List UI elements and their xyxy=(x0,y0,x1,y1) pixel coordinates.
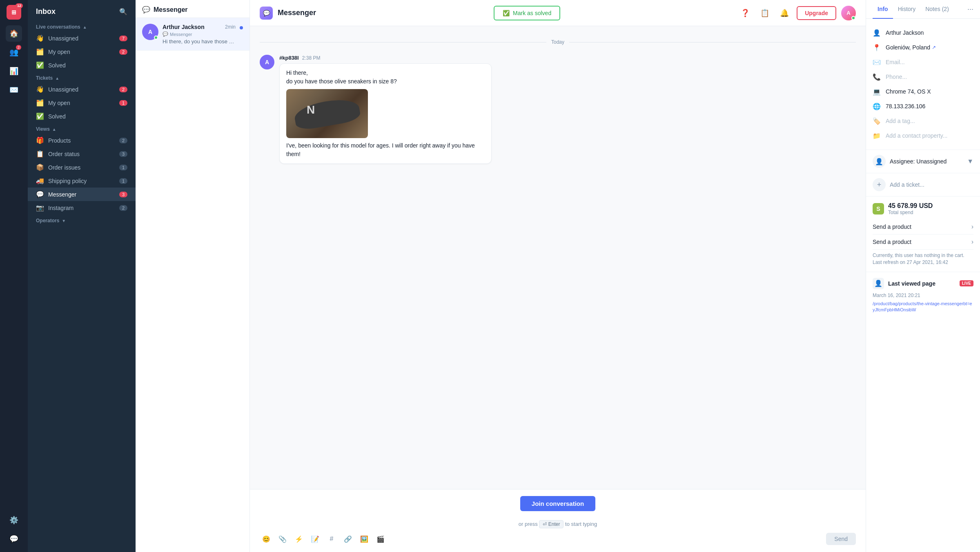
logo-icon: ⊞ xyxy=(11,9,16,16)
mark-solved-button[interactable]: ✅ Mark as solved xyxy=(494,6,560,20)
operators-section[interactable]: Operators ▼ xyxy=(28,215,136,225)
upgrade-button[interactable]: Upgrade xyxy=(797,6,836,20)
add-ticket-icon: + xyxy=(873,178,886,191)
info-email-row[interactable]: ✉️ Email... xyxy=(873,55,973,69)
unassigned-live-count: 7 xyxy=(119,36,127,41)
sidebar-item-solved-tickets[interactable]: ✅ Solved xyxy=(28,110,136,123)
unassigned-tickets-icon: 👋 xyxy=(36,85,44,93)
tickets-section[interactable]: Tickets ▲ xyxy=(28,72,136,83)
note-tool-btn[interactable]: 📝 xyxy=(309,532,322,545)
app-logo[interactable]: ⊞ 12 xyxy=(7,5,21,20)
join-conversation-button[interactable]: Join conversation xyxy=(520,496,595,511)
myopen-live-label: My open xyxy=(48,49,115,55)
sidebar-item-products[interactable]: 🎁 Products 2 xyxy=(28,134,136,147)
solved-live-icon: ✅ xyxy=(36,61,44,69)
instagram-label: Instagram xyxy=(48,205,115,211)
shopify-amount: 45 678.99 USD xyxy=(888,202,973,210)
sidebar-item-myopen-live[interactable]: 🗂️ My open 2 xyxy=(28,45,136,58)
info-contact-property-row[interactable]: 📁 Add a contact property... xyxy=(873,128,973,143)
right-content: 👤 Arthur Jackson 📍 Goleniów, Poland ↗ ✉️… xyxy=(866,19,980,552)
tab-notes[interactable]: Notes (2) xyxy=(920,0,954,19)
sidebar-item-messenger[interactable]: 💬 Messenger 3 xyxy=(28,188,136,201)
tag-icon: 🏷️ xyxy=(873,117,881,125)
cart-refresh-text: Last refresh on 27 Apr 2021, 16:42 xyxy=(873,259,973,266)
sidebar-item-unassigned-live[interactable]: 👋 Unassigned 7 xyxy=(28,31,136,45)
sidebar-title: Inbox xyxy=(36,7,56,16)
nav-settings-btn[interactable]: ⚙️ xyxy=(6,512,22,528)
emoji-tool-btn[interactable]: 😊 xyxy=(260,532,273,545)
live-badge: LIVE xyxy=(960,280,973,286)
sidebar-item-solved-live[interactable]: ✅ Solved xyxy=(28,58,136,72)
message-line-2: do you have those olive sneakers in size… xyxy=(286,77,485,86)
tab-info[interactable]: Info xyxy=(873,0,893,19)
check-icon: ✅ xyxy=(503,10,510,16)
press-hint: or press ⏎ Enter to start typing xyxy=(260,520,856,528)
hashtag-tool-btn[interactable]: # xyxy=(325,532,338,545)
nav-reports-btn[interactable]: 📊 xyxy=(6,63,22,79)
date-label: Today xyxy=(551,39,564,45)
video-tool-btn[interactable]: 🎬 xyxy=(374,532,387,545)
sidebar-item-instagram[interactable]: 📷 Instagram 2 xyxy=(28,201,136,215)
message-line-3: I've, been looking for this model for ag… xyxy=(286,141,485,159)
info-tag-row[interactable]: 🏷️ Add a tag... xyxy=(873,114,973,128)
nav-contacts-btn[interactable]: 👥 2 xyxy=(6,44,22,60)
conv-item-arthur[interactable]: A Arthur Jackson 2min 💬 Messenger Hi the… xyxy=(136,18,249,51)
sidebar-item-order-status[interactable]: 📋 Order status 3 xyxy=(28,147,136,161)
live-conversations-section[interactable]: Live conversations ▲ xyxy=(28,21,136,31)
conv-time-arthur: 2min xyxy=(225,24,236,30)
contact-location: Goleniów, Poland ↗ xyxy=(886,44,936,51)
more-tabs-button[interactable]: ··· xyxy=(967,5,973,13)
sidebar-item-order-issues[interactable]: 📦 Order issues 1 xyxy=(28,161,136,174)
search-icon[interactable]: 🔍 xyxy=(119,8,127,16)
info-phone-row[interactable]: 📞 Phone... xyxy=(873,69,973,84)
send-product-arrow-1: › xyxy=(971,223,973,230)
products-count: 2 xyxy=(119,138,127,143)
nav-bottom: ⚙️ 💬 xyxy=(6,512,22,547)
chat-header-title: Messenger xyxy=(278,9,316,17)
tab-history[interactable]: History xyxy=(893,0,921,19)
browser-info: Chrome 74, OS X xyxy=(886,88,931,95)
image-tool-btn[interactable]: 🖼️ xyxy=(358,532,371,545)
assignee-section[interactable]: 👤 Assignee: Unassigned ▼ xyxy=(866,150,980,173)
conversation-list: 💬 Messenger A Arthur Jackson 2min 💬 Mess… xyxy=(136,0,250,552)
contact-name: Arthur Jackson xyxy=(886,29,924,36)
views-chevron: ▲ xyxy=(52,127,56,132)
sidebar-header: Inbox 🔍 xyxy=(28,0,136,21)
ticket-section[interactable]: + Add a ticket... xyxy=(866,173,980,197)
nav-inbox-btn[interactable]: 🏠 xyxy=(6,25,22,42)
send-product-arrow-2: › xyxy=(971,238,973,246)
shopify-send-product-2[interactable]: Send a product › xyxy=(873,235,973,250)
sidebar-item-unassigned-tickets[interactable]: 👋 Unassigned 2 xyxy=(28,83,136,96)
assignee-chevron-icon: ▼ xyxy=(967,158,973,165)
notifications-icon-btn[interactable]: 🔔 xyxy=(777,6,792,20)
press-hint-suffix: to start typing xyxy=(565,521,597,527)
divider-line-right xyxy=(569,42,856,42)
shopify-icon: S xyxy=(873,203,884,215)
products-label: Products xyxy=(48,137,115,144)
nav-messages-btn[interactable]: ✉️ xyxy=(6,82,22,98)
views-section[interactable]: Views ▲ xyxy=(28,123,136,134)
ip-icon: 🌐 xyxy=(873,103,881,110)
sidebar-item-myopen-tickets[interactable]: 🗂️ My open 1 xyxy=(28,96,136,110)
user-avatar[interactable]: A xyxy=(841,6,856,20)
chat-header: 💬 Messenger ✅ Mark as solved ❓ 📋 🔔 Upgra… xyxy=(250,0,866,26)
conv-avatar-arthur: A xyxy=(142,24,158,40)
help-icon-btn[interactable]: ❓ xyxy=(738,6,753,20)
date-divider: Today xyxy=(260,39,856,45)
message-avatar-1: A xyxy=(260,55,274,69)
unassigned-live-icon: 👋 xyxy=(36,34,44,42)
conv-name-arthur: Arthur Jackson xyxy=(163,24,205,30)
notes-icon-btn[interactable]: 📋 xyxy=(757,6,772,20)
external-link-icon[interactable]: ↗ xyxy=(932,45,936,50)
live-conversations-label: Live conversations xyxy=(36,24,80,30)
quick-replies-tool-btn[interactable]: ⚡ xyxy=(292,532,305,545)
shopify-send-product-1[interactable]: Send a product › xyxy=(873,219,973,235)
conv-preview-arthur: Hi there, do you have those olive... xyxy=(163,38,236,45)
nav-chat-btn[interactable]: 💬 xyxy=(6,531,22,547)
ip-address: 78.133.236.106 xyxy=(886,103,925,110)
messenger-label: Messenger xyxy=(48,191,115,198)
link-tool-btn[interactable]: 🔗 xyxy=(341,532,354,545)
send-button[interactable]: Send xyxy=(826,533,856,545)
sidebar-item-shipping-policy[interactable]: 🚚 Shipping policy 1 xyxy=(28,174,136,188)
attach-tool-btn[interactable]: 📎 xyxy=(276,532,289,545)
